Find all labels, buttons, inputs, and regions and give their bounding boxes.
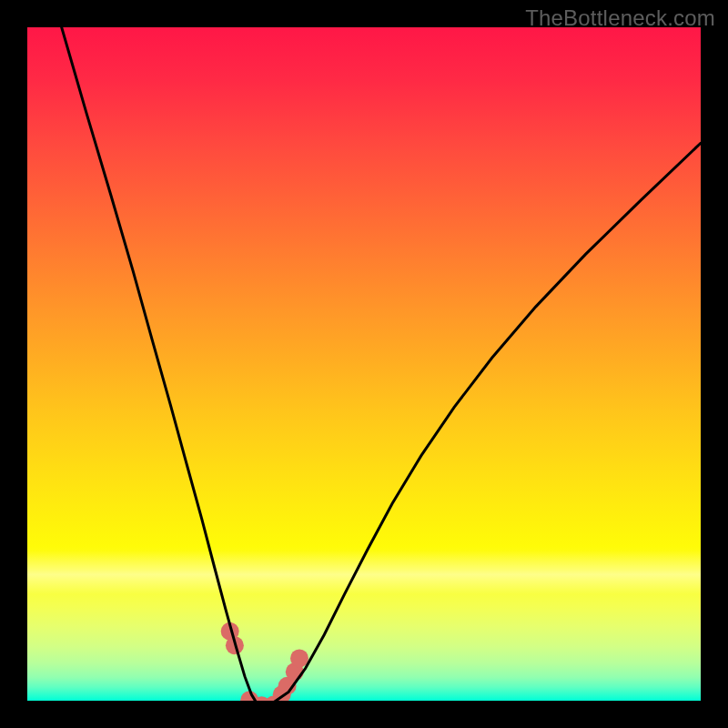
plot-area	[27, 27, 701, 701]
highlight-dots-group	[221, 622, 308, 701]
watermark-text: TheBottleneck.com	[525, 5, 715, 31]
highlight-dot	[290, 649, 308, 667]
curve-left	[62, 27, 260, 701]
chart-frame: TheBottleneck.com	[0, 0, 728, 728]
curve-layer	[27, 27, 701, 701]
curve-right	[260, 143, 701, 701]
